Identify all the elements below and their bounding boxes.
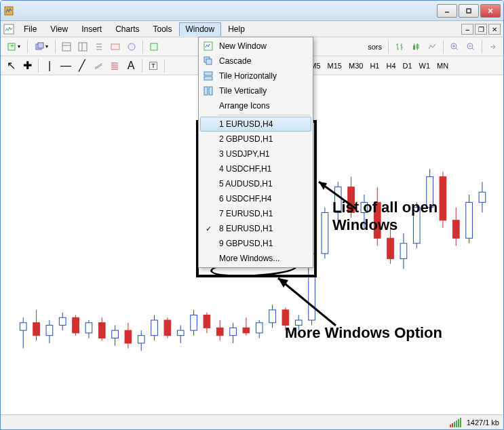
connection-indicator xyxy=(450,418,461,427)
window-item-2[interactable]: 2 GBPUSD,H1 xyxy=(200,132,311,146)
svg-rect-69 xyxy=(243,328,250,333)
window-item-7[interactable]: 7 EURUSD,H1 xyxy=(200,206,311,221)
timeframe-m15-button[interactable]: M15 xyxy=(325,62,345,70)
svg-rect-89 xyxy=(374,202,381,238)
svg-rect-63 xyxy=(203,315,210,328)
svg-line-22 xyxy=(456,48,458,50)
svg-rect-2 xyxy=(467,9,471,13)
mdi-close-button[interactable]: ✕ xyxy=(488,24,501,35)
timeframe-w1-button[interactable]: W1 xyxy=(416,62,433,70)
new-chart-button[interactable]: +▾ xyxy=(3,39,24,54)
vertical-line-button[interactable]: | xyxy=(42,58,57,73)
zoom-in-button[interactable] xyxy=(447,39,462,54)
menu-item-cascade[interactable]: Cascade xyxy=(200,54,311,69)
mdi-restore-button[interactable]: ❐ xyxy=(475,24,487,35)
menu-item-arrange-icons[interactable]: Arrange Icons xyxy=(200,98,311,113)
strategy-tester-button[interactable] xyxy=(124,39,139,54)
svg-rect-59 xyxy=(177,330,184,336)
svg-rect-105 xyxy=(479,192,486,202)
svg-rect-75 xyxy=(282,310,289,326)
svg-rect-41 xyxy=(59,317,66,325)
window-item-9[interactable]: 9 GBPUSD,H1 xyxy=(200,236,311,251)
data-window-button[interactable] xyxy=(75,39,90,54)
trendline-button[interactable]: ╱ xyxy=(75,58,90,73)
bar-chart-button[interactable] xyxy=(392,39,407,54)
crosshair-button[interactable]: ✚ xyxy=(20,58,35,73)
window-menu-dropdown: New WindowCascadeTile HorizontallyTile V… xyxy=(198,37,313,268)
navigator-button[interactable] xyxy=(92,39,106,54)
svg-rect-109 xyxy=(204,72,212,75)
svg-rect-43 xyxy=(73,317,79,333)
window-item-5[interactable]: 5 AUDUSD,H1 xyxy=(200,176,311,191)
svg-rect-112 xyxy=(209,87,212,95)
tilev-icon xyxy=(203,85,214,96)
svg-rect-73 xyxy=(269,310,276,323)
timeframe-h1-button[interactable]: H1 xyxy=(367,62,382,70)
new-order-button[interactable] xyxy=(147,39,161,54)
close-button[interactable] xyxy=(480,4,501,18)
menu-item-tile-horizontally[interactable]: Tile Horizontally xyxy=(200,69,311,83)
menu-help[interactable]: Help xyxy=(221,22,252,36)
traffic-label: 1427/1 kb xyxy=(467,418,499,427)
cursor-button[interactable]: ↖ xyxy=(3,58,18,73)
menu-item-new-window[interactable]: New Window xyxy=(200,39,311,54)
app-icon xyxy=(3,5,14,16)
svg-point-15 xyxy=(128,43,135,50)
timeframe-mn-button[interactable]: MN xyxy=(434,62,451,70)
menu-bar: FileViewInsertChartsToolsWindowHelp xyxy=(1,21,503,37)
expert-advisors-button[interactable]: sors xyxy=(365,43,385,51)
tileh-icon xyxy=(203,71,214,81)
market-watch-button[interactable] xyxy=(59,39,74,54)
title-bar[interactable] xyxy=(1,1,503,21)
svg-rect-95 xyxy=(413,208,420,243)
zoom-out-button[interactable] xyxy=(463,39,478,54)
terminal-button[interactable] xyxy=(108,39,123,54)
channel-button[interactable] xyxy=(91,58,106,73)
menu-view[interactable]: View xyxy=(43,22,75,36)
timeframe-m30-button[interactable]: M30 xyxy=(346,62,366,70)
window-item-8[interactable]: ✓8 EURUSD,H1 xyxy=(200,221,311,236)
menu-insert[interactable]: Insert xyxy=(75,22,109,36)
profiles-button[interactable]: ▾ xyxy=(31,39,52,54)
horizontal-line-button[interactable]: — xyxy=(58,58,73,73)
window-item-6[interactable]: 6 USDCHF,H4 xyxy=(200,191,311,206)
svg-rect-65 xyxy=(216,328,223,335)
menu-charts[interactable]: Charts xyxy=(109,22,146,36)
menu-file[interactable]: File xyxy=(17,22,43,36)
menu-tools[interactable]: Tools xyxy=(147,22,179,36)
fibonacci-button[interactable] xyxy=(107,58,122,73)
chart-window-icon xyxy=(3,24,14,35)
svg-rect-111 xyxy=(204,87,208,95)
svg-rect-99 xyxy=(440,177,446,220)
auto-scroll-button[interactable] xyxy=(486,39,501,54)
window-item-1[interactable]: 1 EURUSD,H4 xyxy=(200,117,311,132)
maximize-button[interactable] xyxy=(459,4,479,18)
menu-item-more-windows[interactable]: More Windows... xyxy=(200,251,311,266)
text-label-button[interactable]: T xyxy=(146,58,161,73)
menu-item-tile-vertically[interactable]: Tile Vertically xyxy=(200,83,311,98)
svg-rect-55 xyxy=(151,320,158,336)
svg-rect-61 xyxy=(191,315,197,330)
line-chart-button[interactable] xyxy=(425,39,440,54)
svg-rect-77 xyxy=(295,320,302,326)
mdi-minimize-button[interactable]: ‒ xyxy=(461,24,473,35)
svg-rect-57 xyxy=(164,320,171,336)
svg-rect-81 xyxy=(322,212,328,253)
svg-rect-45 xyxy=(85,323,92,333)
candle-chart-button[interactable] xyxy=(408,39,423,54)
timeframe-d1-button[interactable]: D1 xyxy=(400,62,415,70)
svg-rect-103 xyxy=(466,202,473,238)
status-bar: 1427/1 kb xyxy=(1,414,503,429)
svg-rect-108 xyxy=(206,59,212,64)
window-item-4[interactable]: 4 USDCHF,H1 xyxy=(200,161,311,176)
svg-rect-9 xyxy=(38,43,43,48)
cascade-icon xyxy=(203,56,214,66)
svg-rect-14 xyxy=(111,44,119,50)
text-button[interactable]: A xyxy=(123,58,138,73)
window-item-3[interactable]: 3 USDJPY,H1 xyxy=(200,146,311,161)
menu-window[interactable]: Window xyxy=(179,22,222,36)
svg-rect-85 xyxy=(348,187,355,213)
minimize-button[interactable] xyxy=(437,4,457,18)
svg-rect-110 xyxy=(204,77,212,80)
timeframe-h4-button[interactable]: H4 xyxy=(383,62,398,70)
